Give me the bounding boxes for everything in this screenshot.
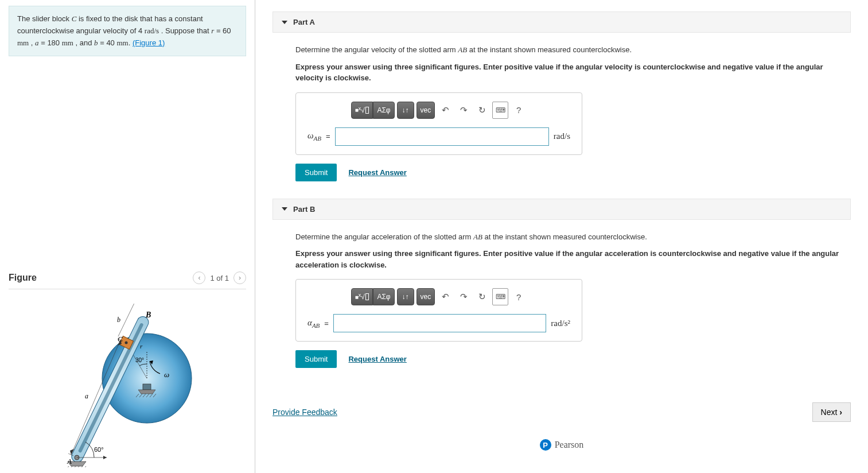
prompt-text: at the instant shown measured counterclo… [482,232,647,241]
redo-button[interactable]: ↷ [456,288,472,305]
problem-text: , and [73,38,94,47]
templates-button[interactable]: ■x√ [351,102,373,119]
pearson-footer: P Pearson [273,422,851,451]
pearson-p-icon: P [540,439,551,451]
problem-text: , [29,38,35,47]
problem-text: The slider block [17,14,72,23]
svg-rect-1 [143,384,151,390]
problem-text: = 180 [39,38,62,47]
reset-button[interactable]: ↻ [474,102,490,119]
unit-mm: mm [17,38,29,47]
answer-variable: αAB [308,318,320,329]
figure-prev-button[interactable]: ‹ [193,272,205,284]
part-b-header[interactable]: Part B [273,199,851,220]
vector-button[interactable]: vec [417,288,435,305]
part-a-request-answer-link[interactable]: Request Answer [348,168,406,177]
label-60deg: 60° [94,446,104,453]
part-a-title: Part A [293,18,315,26]
equation-toolbar: ■x√ ΑΣφ ↓↑ vec ↶ ↷ ↻ ⌨ ? [351,102,527,119]
redo-button[interactable]: ↷ [456,102,472,119]
answer-row: ωAB = rad/s [308,127,570,146]
figure-nav: ‹ 1 of 1 › [193,272,246,284]
label-b-point: B [145,311,151,319]
problem-statement: The slider block C is fixed to the disk … [9,6,246,56]
help-button[interactable]: ? [511,288,527,305]
problem-text: = 60 [214,26,231,35]
scripts-button[interactable]: ↓↑ [397,102,414,119]
svg-line-15 [66,466,69,467]
label-30deg: 30° [135,357,144,363]
figure-image-container[interactable]: ω 30° r C B [9,295,246,467]
part-b-submit-button[interactable]: Submit [295,350,337,368]
collapse-icon[interactable] [282,207,287,211]
part-a-answer-box: ■x√ ΑΣφ ↓↑ vec ↶ ↷ ↻ ⌨ ? ωAB = rad/s [295,92,582,155]
label-dim-a: a [85,392,88,400]
prompt-var: AB [458,45,467,54]
pearson-text: Pearson [555,440,584,450]
prompt-text: Determine the angular acceleration of th… [295,232,473,241]
provide-feedback-link[interactable]: Provide Feedback [273,408,337,417]
next-button[interactable]: Next › [812,402,851,422]
unit-mm: mm [62,38,73,47]
prompt-text: Determine the angular velocity of the sl… [295,45,458,54]
label-r: r [140,343,143,350]
part-a-submit-button[interactable]: Submit [295,164,337,181]
svg-line-20 [83,466,86,467]
collapse-icon[interactable] [282,21,287,24]
unit-rads: rad/s [145,26,159,35]
part-a-instruction: Express your answer using three signific… [295,61,851,84]
reset-button[interactable]: ↻ [474,288,490,305]
next-label: Next [821,408,838,417]
equation-toolbar: ■x√ ΑΣφ ↓↑ vec ↶ ↷ ↻ ⌨ ? [351,288,527,305]
answer-variable: ωAB [308,131,321,142]
answer-unit: rad/s [554,131,570,141]
equals-sign: = [324,319,329,328]
keyboard-button[interactable]: ⌨ [492,288,508,305]
part-a-answer-input[interactable] [335,127,549,146]
part-b-instruction: Express your answer using three signific… [295,248,851,270]
greek-button[interactable]: ΑΣφ [373,102,394,119]
part-b-answer-input[interactable] [333,314,546,332]
part-b-answer-box: ■x√ ΑΣφ ↓↑ vec ↶ ↷ ↻ ⌨ ? αAB = rad/s² [295,279,582,342]
left-panel: The slider block C is fixed to the disk … [0,0,255,473]
figure-header: Figure ‹ 1 of 1 › [9,272,246,289]
part-a-actions: Submit Request Answer [295,164,851,181]
problem-text: . [129,38,133,47]
part-b-title: Part B [293,205,315,214]
label-dim-b: b [117,316,120,324]
part-a-prompt: Determine the angular velocity of the sl… [295,44,851,56]
greek-button[interactable]: ΑΣφ [373,288,394,305]
part-a-body: Determine the angular velocity of the sl… [273,44,851,199]
pearson-logo: P Pearson [540,439,584,451]
bottom-row: Provide Feedback Next › [273,402,851,422]
figure-diagram: ω 30° r C B [49,304,198,467]
equals-sign: = [326,132,330,141]
answer-unit: rad/s² [551,319,570,328]
problem-text: . Suppose that [159,26,211,35]
templates-button[interactable]: ■x√ [351,288,373,305]
figure-counter: 1 of 1 [210,274,229,282]
keyboard-button[interactable]: ⌨ [492,102,508,119]
scripts-button[interactable]: ↓↑ [397,288,414,305]
part-b-request-answer-link[interactable]: Request Answer [348,355,406,363]
figure-next-button[interactable]: › [233,272,246,284]
unit-mm: mm [116,38,128,47]
figure-link[interactable]: (Figure 1) [133,38,165,47]
figure-section: Figure ‹ 1 of 1 › [9,260,246,467]
label-omega: ω [164,370,169,379]
part-b-prompt: Determine the angular acceleration of th… [295,231,851,243]
help-button[interactable]: ? [511,102,527,119]
label-a-point: A [67,457,72,466]
problem-text: = 40 [98,38,117,47]
prompt-text: at the instant shown measured counterclo… [467,45,632,54]
undo-button[interactable]: ↶ [437,288,453,305]
svg-point-13 [125,342,128,344]
part-b-actions: Submit Request Answer [295,350,851,368]
prompt-var: AB [473,232,482,241]
chevron-right-icon: › [839,408,842,417]
vector-button[interactable]: vec [417,102,435,119]
part-b-body: Determine the angular acceleration of th… [273,231,851,386]
undo-button[interactable]: ↶ [437,102,453,119]
answer-row: αAB = rad/s² [308,314,570,332]
part-a-header[interactable]: Part A [273,11,851,33]
